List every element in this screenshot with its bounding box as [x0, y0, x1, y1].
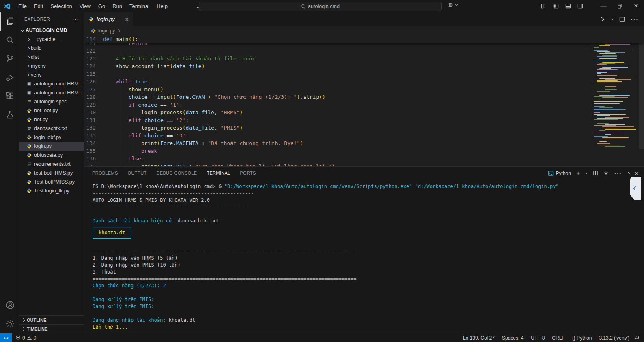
breadcrumb-file: login.py — [98, 28, 115, 34]
status-item--python[interactable]: {} Python — [569, 335, 596, 341]
new-terminal-icon[interactable]: + — [576, 170, 580, 177]
close-window-button[interactable]: × — [628, 0, 644, 12]
code-line-124: 124 show_account_list(data_file) — [84, 62, 644, 70]
code-lines: 121 return122123 # Hiển thị danh sách tà… — [84, 39, 644, 166]
folder-myenv[interactable]: myenv — [19, 62, 84, 71]
command-center-search[interactable]: autologin cmd — [199, 2, 442, 11]
status-item-3-13-2-venv-[interactable]: 3.13.2 ('venv') — [595, 335, 633, 341]
file-test-login-tk-py[interactable]: Test-login_tk.py — [19, 186, 84, 195]
chevron-right-icon — [26, 73, 30, 77]
panel-tab-terminal[interactable]: TERMINAL — [206, 167, 230, 180]
terminal-output[interactable]: PS D:\Workspace\1 khoa\Auto\autologin cm… — [93, 180, 629, 333]
status-item-crlf[interactable]: CRLF — [548, 335, 568, 341]
menu-help[interactable]: Help — [153, 2, 171, 11]
menu-go[interactable]: Go — [95, 2, 109, 11]
status-item-utf-8[interactable]: UTF-8 — [527, 335, 548, 341]
panel-tab-ports[interactable]: PORTS — [239, 167, 256, 180]
run-python-file-icon[interactable] — [599, 16, 605, 22]
toggle-primary-sidebar-button[interactable] — [550, 0, 562, 12]
panel-more-actions-icon[interactable]: ··· — [614, 170, 622, 177]
terminal-line — [93, 289, 629, 296]
terminal-instance[interactable]: Python — [548, 171, 571, 176]
code-line-129: 129 if choice == '1': — [84, 101, 644, 109]
file-danhsachtk-txt[interactable]: danhsachtk.txt — [19, 124, 84, 133]
testing-icon[interactable] — [0, 105, 19, 124]
terminal-dropdown-icon[interactable] — [585, 171, 588, 174]
terminal-line: Lần thứ 1... — [93, 324, 629, 331]
notifications-bell-icon[interactable] — [633, 335, 644, 340]
indent-guide — [136, 43, 136, 166]
terminal-label: Python — [556, 171, 571, 176]
panel-tabs: PROBLEMSOUTPUTDEBUG CONSOLETERMINALPORTS — [92, 167, 256, 180]
menu-view[interactable]: View — [76, 2, 95, 11]
file-autologin-cmd-hrms-[interactable]: autologin cmd HRMS... — [19, 88, 84, 97]
customize-layout-button[interactable] — [538, 0, 550, 12]
menu-terminal[interactable]: Terminal — [126, 2, 153, 11]
outline-section[interactable]: OUTLINE — [19, 315, 84, 324]
workspace-root-folder[interactable]: AUTOLOGIN CMD — [19, 26, 84, 35]
breadcrumb[interactable]: login.py ... — [84, 26, 644, 35]
menu-selection[interactable]: Selection — [47, 2, 75, 11]
minimize-button[interactable]: — — [595, 0, 612, 12]
binary-file-icon — [27, 90, 32, 95]
folder-venv[interactable]: venv — [19, 71, 84, 79]
code-editor[interactable]: 121 return122123 # Hiển thị danh sách tà… — [84, 35, 644, 166]
toggle-secondary-sidebar-button[interactable] — [574, 0, 586, 12]
explorer-more-actions-icon[interactable]: ··· — [72, 16, 79, 22]
maximize-panel-icon[interactable] — [627, 172, 630, 175]
remote-indicator[interactable]: >< — [0, 333, 12, 342]
folder-dist[interactable]: dist — [19, 53, 84, 62]
terminal-line: Đang xử lý trên PMIS: — [93, 303, 629, 310]
close-panel-icon[interactable]: × — [635, 170, 638, 177]
panel-tab-output[interactable]: OUTPUT — [127, 167, 147, 180]
panel-tab-debug-console[interactable]: DEBUG CONSOLE — [156, 167, 198, 180]
split-editor-icon[interactable] — [619, 17, 625, 22]
split-terminal-icon[interactable] — [593, 171, 598, 176]
source-control-icon[interactable] — [0, 49, 19, 68]
file-login-py[interactable]: login.py — [19, 142, 84, 151]
editor-scrollbar[interactable] — [639, 35, 644, 149]
python-file-icon — [27, 135, 32, 140]
error-icon — [15, 335, 21, 340]
side-capture-widget[interactable] — [630, 177, 641, 200]
file-label: requirements.txt — [34, 161, 71, 167]
menu-run[interactable]: Run — [109, 2, 126, 11]
explorer-icon[interactable] — [0, 12, 19, 31]
folder--pycache-[interactable]: __pycache__ — [19, 35, 84, 44]
file-obfuscate-py[interactable]: obfuscate.py — [19, 151, 84, 160]
file-autologin-spec[interactable]: autologin.spec — [19, 97, 84, 106]
accounts-icon[interactable] — [0, 296, 19, 314]
menu-file[interactable]: File — [15, 2, 30, 11]
terminal-line: 3. Thoát — [93, 269, 629, 276]
folder-build[interactable]: build — [19, 44, 84, 53]
problems-status[interactable]: 0 0 — [12, 335, 39, 341]
file-test-bothrms-py[interactable]: test-botHRMS.py — [19, 169, 84, 177]
editor-more-actions-icon[interactable]: ··· — [631, 16, 638, 23]
file-label: login_obf.py — [34, 135, 61, 140]
tab-close-icon[interactable]: × — [125, 16, 129, 23]
status-item-spaces-4[interactable]: Spaces: 4 — [498, 335, 527, 341]
toggle-panel-button[interactable] — [562, 0, 574, 12]
copilot-button[interactable] — [447, 2, 458, 8]
menu-edit[interactable]: Edit — [30, 2, 47, 11]
tab-login-py[interactable]: login.py × — [84, 12, 133, 26]
timeline-section[interactable]: TIMELINE — [19, 324, 84, 333]
chevron-right-icon — [26, 56, 30, 59]
file-bot-obf-py[interactable]: bot_obf.py — [19, 106, 84, 115]
panel-tab-problems[interactable]: PROBLEMS — [92, 167, 118, 180]
file-test-botpmiss-py[interactable]: Test-botPMISS.py — [19, 177, 84, 186]
status-item-ln-139-col-27[interactable]: Ln 139, Col 27 — [459, 335, 498, 341]
minimap[interactable] — [594, 36, 638, 156]
file-requirements-txt[interactable]: requirements.txt — [19, 160, 84, 169]
kill-terminal-icon[interactable] — [603, 171, 609, 176]
extensions-icon[interactable] — [0, 87, 19, 105]
file-login-obf-py[interactable]: login_obf.py — [19, 133, 84, 142]
file-label: autologin cmd HRMS... — [34, 81, 84, 87]
search-view-icon[interactable] — [0, 31, 19, 49]
settings-gear-icon[interactable] — [0, 314, 19, 333]
restore-button[interactable] — [612, 0, 628, 12]
file-autologin-cmd-hrms-[interactable]: autologin cmd HRMS... — [19, 79, 84, 88]
run-and-debug-icon[interactable] — [0, 68, 19, 87]
file-bot-py[interactable]: bot.py — [19, 115, 84, 124]
run-dropdown-icon[interactable] — [611, 17, 614, 20]
